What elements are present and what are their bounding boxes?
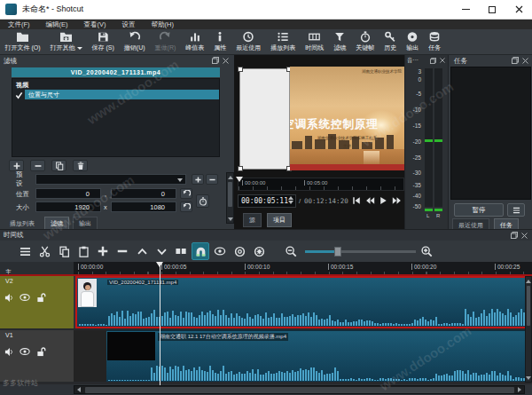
vui-selection-rect[interactable] (239, 68, 290, 170)
paste-button[interactable] (74, 242, 92, 260)
lock-toggle[interactable] (35, 292, 46, 303)
open-file-button[interactable]: 打开文件 (O) (0, 29, 45, 55)
filter-item-size-position[interactable]: 位置与尺寸 (25, 90, 219, 99)
split-button[interactable] (172, 242, 190, 260)
menu-file[interactable]: 文件(F) (0, 20, 38, 29)
fast-forward-button[interactable] (391, 194, 402, 207)
scroll-down-icon[interactable] (227, 215, 233, 223)
tab-source[interactable]: 源 (243, 213, 262, 227)
timecode-spinner[interactable] (287, 196, 294, 204)
mute-toggle[interactable] (4, 292, 14, 303)
resize-handle-bl[interactable] (238, 166, 243, 171)
redo-button[interactable]: 重做(R) (150, 29, 181, 55)
position-x-input[interactable]: 0 (35, 188, 101, 199)
timeline-vertical-scrollbar[interactable] (525, 276, 532, 383)
position-reset-button[interactable] (180, 188, 192, 199)
lock-toggle[interactable] (35, 346, 46, 357)
undock-button[interactable] (429, 57, 436, 64)
size-reset-button[interactable] (180, 201, 192, 212)
scroll-left-icon[interactable] (74, 386, 83, 393)
append-button[interactable] (94, 242, 112, 260)
paste-filter-button[interactable] (73, 160, 88, 171)
copy-button[interactable] (55, 242, 73, 260)
cut-button[interactable] (35, 242, 53, 260)
open-other-button[interactable]: 打开其他 (45, 29, 87, 55)
playlist-button[interactable]: 播放列表 (266, 29, 301, 55)
ripple-delete-button[interactable] (113, 242, 131, 260)
menu-edit[interactable]: 编辑(E) (38, 20, 76, 29)
snap-toggle-button[interactable] (192, 242, 209, 260)
preview-playhead-icon[interactable] (236, 177, 243, 182)
undock-button[interactable] (212, 57, 219, 64)
resize-handle-tl[interactable] (238, 67, 243, 72)
scroll-right-icon[interactable] (515, 386, 524, 393)
track-header-v2[interactable]: V2 (0, 276, 74, 328)
close-panel-button[interactable] (521, 57, 528, 64)
clip-v1[interactable]: 湖南交通职 12.1 17自动空调系统原理的视频录播.mp4 (106, 330, 527, 382)
mute-toggle[interactable] (4, 346, 14, 357)
scroll-thumb[interactable] (527, 286, 530, 326)
delete-preset-button[interactable] (206, 174, 218, 185)
zoom-out-button[interactable] (282, 242, 300, 260)
playhead-line[interactable] (160, 262, 160, 394)
track-header-v1[interactable]: V1 (0, 330, 74, 382)
timeline-button[interactable]: 时间线 (301, 29, 329, 55)
save-preset-button[interactable] (192, 174, 204, 185)
menu-settings[interactable]: 设置 (114, 20, 144, 29)
close-panel-button[interactable] (439, 57, 446, 64)
hide-toggle[interactable] (20, 346, 30, 357)
scroll-down-icon[interactable] (526, 374, 531, 382)
copy-filter-button[interactable] (51, 160, 66, 171)
jobs-list[interactable] (450, 67, 531, 200)
keyframes-button[interactable]: 关键帧 (351, 29, 379, 55)
filters-button[interactable]: 滤镜 (329, 29, 351, 55)
filter-checkbox[interactable] (14, 91, 23, 99)
scrub-while-dragging-button[interactable] (211, 242, 229, 260)
ripple-toggle-button[interactable] (231, 242, 248, 260)
slider-thumb[interactable] (334, 247, 341, 257)
close-panel-button[interactable] (222, 57, 229, 64)
current-timecode-field[interactable]: 00:00:05:11 (238, 194, 296, 208)
filter-list[interactable]: 视频 位置与尺寸 (12, 78, 220, 157)
timeline-zoom-slider[interactable] (305, 242, 416, 260)
history-button[interactable]: 历史 (379, 29, 402, 55)
rewind-button[interactable] (364, 194, 375, 207)
clip-v2-selected[interactable]: VID_20200402_171131.mp4 (75, 276, 529, 328)
filters-scrollbar[interactable] (226, 172, 234, 224)
timeline-menu-button[interactable] (16, 242, 34, 260)
jobs-menu-button[interactable] (507, 203, 525, 217)
play-button[interactable] (378, 194, 388, 207)
tab-project[interactable]: 项目 (267, 213, 292, 227)
peak-meter-button[interactable]: 峰值表 (181, 29, 209, 55)
scroll-up-icon[interactable] (227, 173, 233, 181)
minimize-button[interactable] (452, 0, 479, 20)
menu-view[interactable]: 查看(V) (76, 20, 114, 29)
size-width-input[interactable]: 1920 (35, 201, 101, 212)
size-height-input[interactable]: 1080 (111, 201, 176, 212)
properties-button[interactable]: 属性 (209, 29, 231, 55)
skip-to-start-button[interactable] (351, 194, 362, 207)
preset-dropdown[interactable] (35, 174, 186, 185)
recent-button[interactable]: 最近使用 (231, 29, 266, 55)
pause-jobs-button[interactable]: 暂停 (454, 203, 504, 217)
scroll-up-icon[interactable] (526, 277, 531, 285)
overwrite-button[interactable] (153, 242, 170, 260)
undock-button[interactable] (511, 232, 518, 239)
undock-button[interactable] (512, 57, 519, 64)
maximize-button[interactable] (479, 0, 505, 20)
export-button[interactable]: 输出 (402, 29, 424, 55)
scroll-thumb[interactable] (228, 182, 232, 207)
menu-help[interactable]: 帮助(H) (144, 20, 182, 29)
timeline-horizontal-scrollbar[interactable] (74, 385, 525, 394)
lift-button[interactable] (133, 242, 151, 260)
undo-button[interactable]: 撤销(U) (119, 29, 150, 55)
position-y-input[interactable]: 0 (111, 188, 176, 199)
hide-toggle[interactable] (20, 292, 30, 303)
close-panel-button[interactable] (520, 232, 528, 239)
close-button[interactable] (505, 0, 532, 20)
scroll-thumb[interactable] (85, 387, 514, 393)
remove-filter-button[interactable] (30, 160, 45, 171)
zoom-in-button[interactable] (418, 242, 435, 260)
jobs-button[interactable]: 任务 (424, 29, 446, 55)
save-button[interactable]: 保存 (S) (87, 29, 119, 55)
